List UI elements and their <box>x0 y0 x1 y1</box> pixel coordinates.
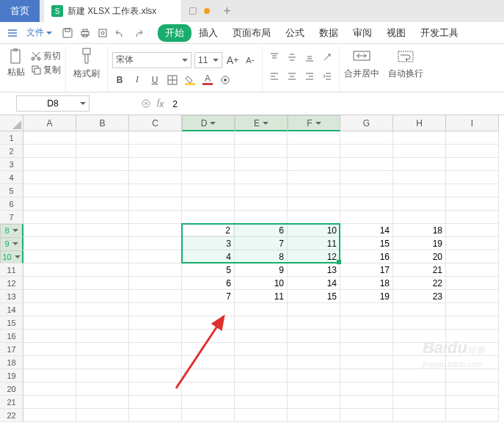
row-header-18[interactable]: 18 <box>0 356 23 369</box>
cell-D18[interactable] <box>182 356 235 369</box>
cell-H5[interactable] <box>393 184 446 197</box>
cell-B7[interactable] <box>76 211 129 224</box>
cell-D2[interactable] <box>182 145 235 158</box>
print-icon[interactable] <box>80 28 90 38</box>
cell-G21[interactable] <box>340 396 393 409</box>
cell-D22[interactable] <box>182 409 235 422</box>
cell-F9[interactable]: 11 <box>288 237 340 250</box>
cell-H10[interactable]: 20 <box>393 250 446 264</box>
cell-E2[interactable] <box>235 145 288 158</box>
cell-F10[interactable]: 12 <box>288 250 340 264</box>
cell-A22[interactable] <box>23 409 76 422</box>
cell-G18[interactable] <box>340 356 393 369</box>
col-header-A[interactable]: A <box>23 115 76 131</box>
cell-D12[interactable]: 6 <box>182 277 235 290</box>
cell-H21[interactable] <box>393 396 446 409</box>
increase-font-icon[interactable]: A+ <box>225 53 240 68</box>
cell-D17[interactable] <box>182 343 235 356</box>
undo-icon[interactable] <box>115 28 125 38</box>
cell-C10[interactable] <box>129 250 182 264</box>
cell-D21[interactable] <box>182 396 235 409</box>
cell-A5[interactable] <box>23 184 76 197</box>
cell-F17[interactable] <box>288 343 340 356</box>
cell-D16[interactable] <box>182 330 235 343</box>
cell-H3[interactable] <box>393 158 446 171</box>
cell-G2[interactable] <box>340 145 393 158</box>
cell-B13[interactable] <box>76 290 129 303</box>
cell-G9[interactable]: 15 <box>340 237 393 250</box>
cell-F11[interactable]: 13 <box>288 264 340 277</box>
cell-E16[interactable] <box>235 330 288 343</box>
row-header-20[interactable]: 20 <box>0 382 23 396</box>
cell-D14[interactable] <box>182 303 235 316</box>
cell-E14[interactable] <box>235 303 288 316</box>
cell-C9[interactable] <box>129 237 182 250</box>
cell-H16[interactable] <box>393 330 446 343</box>
col-header-F[interactable]: F <box>288 115 340 131</box>
row-header-6[interactable]: 6 <box>0 197 23 211</box>
cell-I9[interactable] <box>446 237 499 250</box>
add-tab-button[interactable]: + <box>216 4 238 19</box>
align-right-icon[interactable] <box>302 69 317 84</box>
cell-H18[interactable] <box>393 356 446 369</box>
ribbon-tab-3[interactable]: 公式 <box>278 24 312 42</box>
cell-G10[interactable]: 16 <box>340 250 393 264</box>
cell-F4[interactable] <box>288 171 340 184</box>
cell-F21[interactable] <box>288 396 340 409</box>
cell-A16[interactable] <box>23 330 76 343</box>
align-top-icon[interactable] <box>267 50 282 65</box>
row-header-19[interactable]: 19 <box>0 369 23 382</box>
cell-E9[interactable]: 7 <box>235 237 288 250</box>
fx-icon[interactable]: fx <box>157 97 164 109</box>
row-header-9[interactable]: 9 <box>0 237 23 250</box>
cell-E19[interactable] <box>235 369 288 382</box>
row-header-12[interactable]: 12 <box>0 277 23 290</box>
cell-F5[interactable] <box>288 184 340 197</box>
copy-button[interactable]: 复制 <box>31 64 61 76</box>
cell-D10[interactable]: 4 <box>182 250 235 264</box>
cell-I10[interactable] <box>446 250 499 264</box>
cell-B22[interactable] <box>76 409 129 422</box>
cell-A17[interactable] <box>23 343 76 356</box>
font-size-select[interactable]: 11 <box>194 52 222 68</box>
cell-H14[interactable] <box>393 303 446 316</box>
cell-C1[interactable] <box>129 131 182 145</box>
cell-area[interactable]: 2610141837111519481216205913172161014182… <box>23 131 504 422</box>
cell-B2[interactable] <box>76 145 129 158</box>
cell-H17[interactable] <box>393 343 446 356</box>
orientation-icon[interactable] <box>320 50 335 65</box>
cell-C17[interactable] <box>129 343 182 356</box>
cell-H4[interactable] <box>393 171 446 184</box>
cell-A4[interactable] <box>23 171 76 184</box>
cell-C15[interactable] <box>129 316 182 330</box>
cell-B5[interactable] <box>76 184 129 197</box>
row-header-2[interactable]: 2 <box>0 145 23 158</box>
ribbon-tab-5[interactable]: 审阅 <box>346 24 379 42</box>
cell-F7[interactable] <box>288 211 340 224</box>
cell-D19[interactable] <box>182 369 235 382</box>
cell-E6[interactable] <box>235 197 288 211</box>
cell-A2[interactable] <box>23 145 76 158</box>
cell-G17[interactable] <box>340 343 393 356</box>
cell-H1[interactable] <box>393 131 446 145</box>
preview-icon[interactable] <box>98 28 108 38</box>
row-header-8[interactable]: 8 <box>0 224 23 237</box>
cell-I12[interactable] <box>446 277 499 290</box>
cell-C22[interactable] <box>129 409 182 422</box>
cell-G11[interactable]: 17 <box>340 264 393 277</box>
row-header-5[interactable]: 5 <box>0 184 23 197</box>
cell-H8[interactable]: 18 <box>393 224 446 237</box>
cell-E8[interactable]: 6 <box>235 224 288 237</box>
cell-G7[interactable] <box>340 211 393 224</box>
cell-I8[interactable] <box>446 224 499 237</box>
cell-H20[interactable] <box>393 382 446 396</box>
ribbon-tab-2[interactable]: 页面布局 <box>225 24 278 42</box>
font-color-button[interactable]: A <box>200 73 215 87</box>
cell-E15[interactable] <box>235 316 288 330</box>
cell-H22[interactable] <box>393 409 446 422</box>
cancel-formula-icon[interactable] <box>141 98 151 109</box>
cell-C5[interactable] <box>129 184 182 197</box>
row-header-21[interactable]: 21 <box>0 396 23 409</box>
cell-I16[interactable] <box>446 330 499 343</box>
cell-F16[interactable] <box>288 330 340 343</box>
